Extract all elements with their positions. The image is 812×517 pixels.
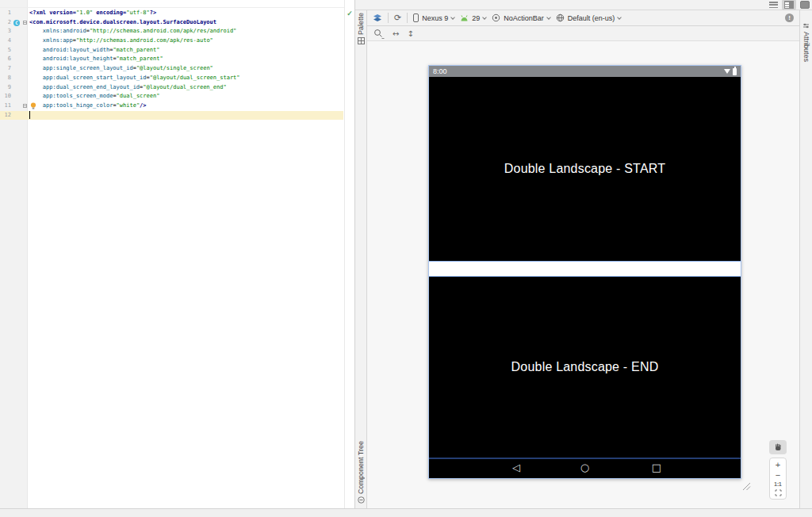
attributes-tab-label: Attributes	[802, 32, 810, 62]
left-tool-stripe: Palette Component Tree	[355, 10, 367, 508]
code-line[interactable]: 8 app:dual_screen_start_layout_id="@layo…	[0, 74, 343, 83]
code-text: app:tools_hinge_color="white"/>	[29, 101, 343, 111]
status-time: 8:00	[433, 67, 447, 75]
zoom-select-icon[interactable]	[373, 29, 385, 39]
fold-cell	[21, 55, 29, 64]
issues-indicator[interactable]: !	[785, 13, 794, 22]
component-tree-tab-label: Component Tree	[357, 441, 365, 494]
code-segment: app:tools_hinge_color	[43, 102, 113, 109]
gutter-icon-cell	[13, 111, 21, 121]
code-segment	[29, 37, 43, 44]
code-line[interactable]: 1<?xml version="1.0" encoding="utf-8"?>	[0, 9, 343, 18]
line-number: 8	[0, 74, 13, 83]
nav-recents-icon[interactable]: □	[652, 459, 661, 477]
gutter-icon-cell	[13, 83, 21, 93]
code-segment	[29, 75, 43, 81]
preview-canvas[interactable]: 8:00 Double Landscape - START Double Lan…	[367, 41, 799, 508]
fold-marker[interactable]	[23, 104, 27, 108]
nav-back-icon[interactable]: ◁	[512, 459, 520, 477]
locale-selector[interactable]: Default (en-us)	[556, 13, 622, 22]
theme-selector[interactable]: NoActionBar	[492, 13, 550, 22]
code-line[interactable]: 12	[0, 111, 343, 121]
device-preview[interactable]: 8:00 Double Landscape - START Double Lan…	[428, 65, 741, 479]
horizontal-arrows-icon[interactable]: ↔	[393, 29, 399, 38]
zoom-in-button[interactable]: +	[776, 461, 780, 469]
line-number: 5	[0, 46, 13, 56]
dual-screen-end-layout[interactable]: Double Landscape - END	[429, 277, 741, 459]
nav-home-icon[interactable]: ○	[580, 459, 589, 477]
zoom-fit-icon[interactable]	[775, 489, 782, 496]
code-segment: "match_parent"	[113, 47, 159, 53]
line-number: 1	[0, 9, 13, 18]
api-level-selector[interactable]: 29	[460, 14, 486, 22]
vertical-arrows-icon[interactable]: ↕	[407, 29, 413, 38]
device-selector[interactable]: Nexus 9	[413, 13, 454, 22]
code-segment: "@layout/single_screen"	[136, 65, 213, 71]
pan-button[interactable]	[769, 440, 787, 454]
code-segment	[29, 65, 43, 71]
design-view-icon[interactable]	[800, 1, 810, 9]
line-number: 6	[0, 55, 13, 64]
component-tree-tab[interactable]: Component Tree	[357, 441, 365, 504]
code-line[interactable]: 2C<com.microsoft.device.dualscreen.layou…	[0, 18, 343, 28]
dual-screen-start-layout[interactable]: Double Landscape - START	[429, 77, 741, 261]
editor-mode-bar	[355, 0, 812, 10]
code-segment: <com.microsoft.device.dualscreen.layout.…	[29, 19, 216, 25]
design-surface: ⟳ Nexus 9 29 NoA	[367, 10, 799, 508]
class-gutter-icon[interactable]: C	[13, 20, 20, 26]
device-hinge[interactable]	[429, 261, 741, 277]
gutter-icon-cell	[13, 55, 21, 64]
code-segment: xmlns:android	[43, 28, 86, 34]
code-line[interactable]: 9 app:dual_screen_end_layout_id="@layout…	[0, 83, 343, 93]
code-view-icon[interactable]	[769, 2, 778, 9]
gutter-icon-cell	[13, 92, 21, 101]
code-segment: "dual_screen"	[117, 93, 160, 99]
fold-cell	[21, 92, 29, 101]
pan-hand-icon	[774, 443, 782, 451]
design-surface-toggle-icon[interactable]	[373, 13, 382, 23]
code-segment	[29, 47, 43, 53]
phone-icon	[413, 13, 419, 22]
palette-tab[interactable]: Palette	[357, 13, 365, 44]
code-editor[interactable]: 1<?xml version="1.0" encoding="utf-8"?>2…	[0, 0, 355, 508]
code-line[interactable]: 5 android:layout_width="match_parent"	[0, 46, 343, 56]
gutter-icon-cell	[13, 101, 21, 111]
code-line[interactable]: 7 app:single_screen_layout_id="@layout/s…	[0, 64, 343, 74]
line-number: 3	[0, 27, 13, 36]
code-line[interactable]: 6 android:layout_height="match_parent"	[0, 55, 343, 64]
fold-cell	[21, 74, 29, 83]
fold-cell	[21, 27, 29, 36]
code-line[interactable]: 4 xmlns:app="http://schemas.android.com/…	[0, 36, 343, 46]
attributes-tab[interactable]: Attributes	[802, 22, 810, 62]
editor-top-divider	[0, 7, 354, 8]
device-selector-label: Nexus 9	[422, 14, 448, 22]
zoom-actual-button[interactable]: 1:1	[774, 481, 781, 487]
code-segment: encoding=	[93, 10, 126, 16]
line-number: 4	[0, 36, 13, 46]
fold-cell	[21, 46, 29, 56]
code-segment	[29, 56, 43, 62]
inspections-ok-icon[interactable]: ✓	[347, 10, 353, 17]
gutter-icon-cell	[13, 27, 21, 36]
code-segment: android:layout_width	[43, 47, 109, 53]
code-segment	[29, 28, 43, 34]
chevron-down-icon	[546, 15, 551, 20]
code-line[interactable]: 11 app:tools_hinge_color="white"/>	[0, 101, 343, 111]
gutter-icon-cell	[13, 36, 21, 46]
split-view-button[interactable]	[782, 0, 796, 10]
fold-cell	[21, 36, 29, 46]
line-number: 7	[0, 64, 13, 74]
code-text: <com.microsoft.device.dualscreen.layout.…	[29, 18, 343, 28]
code-segment: />	[140, 102, 146, 109]
code-line[interactable]: 3 xmlns:android="http://schemas.android.…	[0, 27, 343, 36]
zoom-panel: + − 1:1	[769, 458, 787, 500]
gutter-icon-cell	[13, 46, 21, 56]
fold-marker[interactable]	[23, 21, 27, 25]
attributes-icon	[802, 22, 810, 29]
line-number: 11	[0, 101, 13, 111]
zoom-out-button[interactable]: −	[776, 471, 780, 479]
text-cursor	[29, 111, 30, 119]
orientation-icon[interactable]: ⟳	[394, 13, 401, 22]
code-line[interactable]: 10 app:tools_screen_mode="dual_screen"	[0, 92, 343, 101]
preview-resize-handle[interactable]	[742, 482, 751, 491]
